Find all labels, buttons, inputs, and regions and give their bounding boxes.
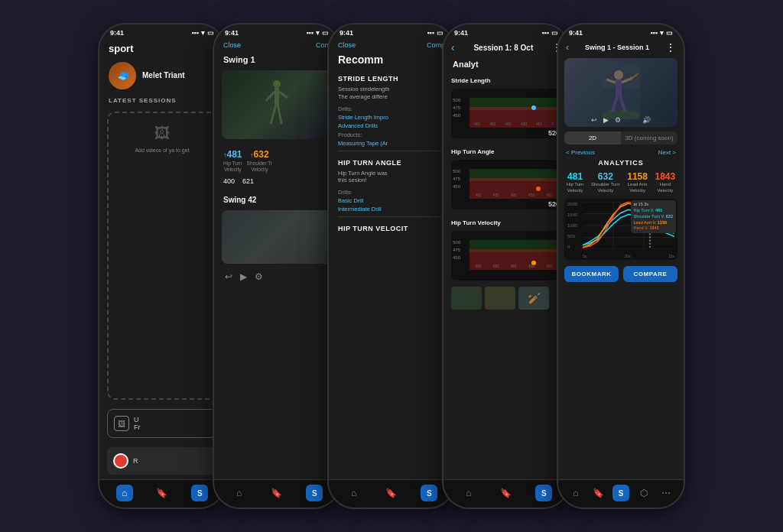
time-1: 9:41	[110, 29, 124, 37]
action-buttons: BOOKMARK COMPARE	[558, 263, 684, 285]
nav-more-icon-5[interactable]: ⋯	[658, 485, 674, 501]
wifi-icon: ▾	[201, 29, 205, 37]
more-btn-5[interactable]: ⋮	[665, 41, 676, 54]
time-2: 9:41	[225, 29, 239, 37]
nav-s-icon[interactable]: S	[191, 485, 208, 501]
svg-rect-1	[275, 88, 279, 107]
swing42-video[interactable]	[222, 210, 332, 264]
prev-btn[interactable]: < Previous	[566, 149, 595, 156]
bottom-nav-4: ⌂ 🔖 S	[443, 479, 569, 508]
nav-s-icon-5[interactable]: S	[612, 485, 629, 501]
nav-s-icon-2[interactable]: S	[306, 485, 323, 501]
nav-bookmark-icon-3[interactable]: 🔖	[383, 485, 400, 501]
user-row: 🧢 Melet Triant	[99, 59, 225, 92]
nav-bookmark-icon-5[interactable]: 🔖	[590, 485, 606, 501]
nav-s-icon-3[interactable]: S	[421, 485, 437, 501]
record-button[interactable]: R	[107, 447, 217, 475]
phone-2-swing: 9:41 ▪▪▪ ▾ ▭ Close Com Swing 1	[213, 23, 341, 509]
nav-home-icon-3[interactable]: ⌂	[346, 485, 362, 501]
swing1-video[interactable]	[222, 70, 332, 139]
gear-icon-5[interactable]: ⚙	[615, 116, 621, 124]
user-name: Melet Triant	[142, 71, 185, 80]
nav-bookmark-icon-4[interactable]: 🔖	[498, 485, 515, 501]
close-btn[interactable]: Close	[338, 41, 356, 49]
settings-icon[interactable]: ⚙	[255, 271, 263, 282]
hip-drills-label: Drills:	[329, 187, 454, 196]
volume-icon-5[interactable]: 🔊	[642, 116, 651, 124]
drill1-link[interactable]: Stride Length Impro	[329, 113, 454, 122]
time-3: 9:41	[340, 29, 353, 37]
tooltip-lead: Lead Arm V. 1158	[634, 220, 674, 226]
swing-video[interactable]: ↩ ▶ ⚙ 🔊	[564, 58, 677, 127]
thumb-3[interactable]: 🏏	[518, 287, 549, 310]
shoulder-value: 632	[254, 149, 269, 160]
chart-y-axis: 2000150010005000	[567, 202, 577, 249]
basic-drill-link[interactable]: Basic Drill	[329, 196, 454, 205]
hip-vel-label: Hip Turn Velocity	[443, 212, 569, 228]
hip-turn-label-5: Hip Turn Velocity	[567, 182, 584, 194]
play-icon[interactable]: ▶	[240, 271, 247, 282]
nav-home-icon-5[interactable]: ⌂	[567, 485, 584, 501]
product1-link[interactable]: Measuring Tape (Ar	[329, 139, 454, 148]
shoulder-val-5: 632	[591, 171, 620, 182]
hip-vel-title: HIP TURN VELOCIT	[329, 220, 454, 234]
rewind-icon[interactable]: ↩	[225, 271, 232, 282]
signal-icon: ▪▪▪	[191, 29, 199, 37]
p1-header: sport	[99, 38, 225, 59]
hip-x-labels: 481481481450481	[469, 193, 558, 197]
hand-stat-5: 1843 Hand Velocity	[655, 171, 676, 194]
hand-val-5: 1843	[655, 171, 676, 182]
vel-y-labels: 500475450	[453, 240, 460, 260]
play-icon-5[interactable]: ▶	[603, 116, 609, 124]
back-arrow[interactable]: ‹	[451, 41, 455, 54]
upload-label: U Fr	[134, 416, 141, 431]
phone-5-swing-detail: 9:41 ▪▪▪ ▾ ▭ ‹ Swing 1 - Session 1 ⋮	[557, 23, 685, 509]
nav-home-icon-4[interactable]: ⌂	[460, 485, 477, 501]
intermediate-drill-link[interactable]: Intermediate Drill	[329, 205, 454, 213]
nav-share-icon-5[interactable]: ⬡	[635, 485, 652, 501]
svg-line-5	[278, 107, 281, 124]
status-icons-2: ▪▪▪ ▾ ▭	[306, 29, 329, 37]
drill2-link[interactable]: Advanced Drills	[329, 122, 454, 130]
tab-3d[interactable]: 3D (coming soon)	[621, 131, 677, 144]
stride-chart: 500475450 4814814814504814 520	[451, 89, 561, 138]
wifi-icon-5: ▾	[660, 29, 664, 37]
phone-4-analytics: 9:41 ▪▪▪ ▭ ‹ Session 1: 8 Oct ⋮ Analyt S…	[442, 23, 570, 509]
bookmark-button[interactable]: BOOKMARK	[564, 266, 619, 282]
close-label[interactable]: Close	[223, 41, 241, 49]
x-label-15s: 15s	[668, 254, 674, 258]
record-label: R	[133, 457, 138, 465]
time-5: 9:41	[569, 29, 583, 37]
hip-section-title: HIP TURN ANGLE	[329, 154, 454, 168]
signal-icon-5: ▪▪▪	[650, 29, 658, 37]
shoulder-label-5: Shoulder Turn Velocity	[591, 182, 620, 194]
shoulder-label: Shoulder Tr Velocity	[247, 161, 273, 173]
app-logo: sport	[109, 43, 134, 54]
next-btn[interactable]: Next >	[658, 149, 676, 156]
back-btn-5[interactable]: ‹	[566, 42, 569, 53]
chart-tooltip: at 15.3s Hip Turn V. 481 Shoulder Turn V…	[631, 200, 677, 233]
hip-desc: Hip Turn Angle was this sesion!	[329, 168, 454, 188]
stride-desc: Session stridelength The average differe	[329, 84, 454, 104]
x-label-5s: 5s	[583, 254, 586, 258]
nav-home-icon-2[interactable]: ⌂	[231, 485, 248, 501]
status-icons-5: ▪▪▪ ▾ ▭	[650, 29, 673, 37]
nav-bookmark-icon[interactable]: 🔖	[154, 485, 171, 501]
swing1-label: Swing 1	[214, 52, 340, 67]
rewind-icon-5[interactable]: ↩	[591, 116, 597, 124]
val1: 400	[223, 177, 235, 185]
nav-s-icon-4[interactable]: S	[535, 485, 552, 501]
thumb-2[interactable]	[485, 287, 515, 310]
status-bar-4: 9:41 ▪▪▪ ▭	[443, 24, 569, 38]
hip-turn-val-5: 481	[567, 171, 584, 182]
lead-arm-label-5: Lead Arm Velocity	[627, 182, 648, 194]
shoulder-stat-5: 632 Shoulder Turn Velocity	[591, 171, 620, 194]
svg-rect-15	[602, 66, 640, 89]
nav-bookmark-icon-2[interactable]: 🔖	[268, 485, 285, 501]
video-controls: ↩ ▶ ⚙	[214, 267, 340, 287]
compare-button[interactable]: COMPARE	[623, 266, 677, 282]
tab-2d[interactable]: 2D	[564, 131, 621, 144]
upload-button[interactable]: 🖼 U Fr	[107, 409, 217, 438]
thumb-1[interactable]	[451, 287, 482, 310]
nav-home-icon[interactable]: ⌂	[116, 485, 133, 501]
